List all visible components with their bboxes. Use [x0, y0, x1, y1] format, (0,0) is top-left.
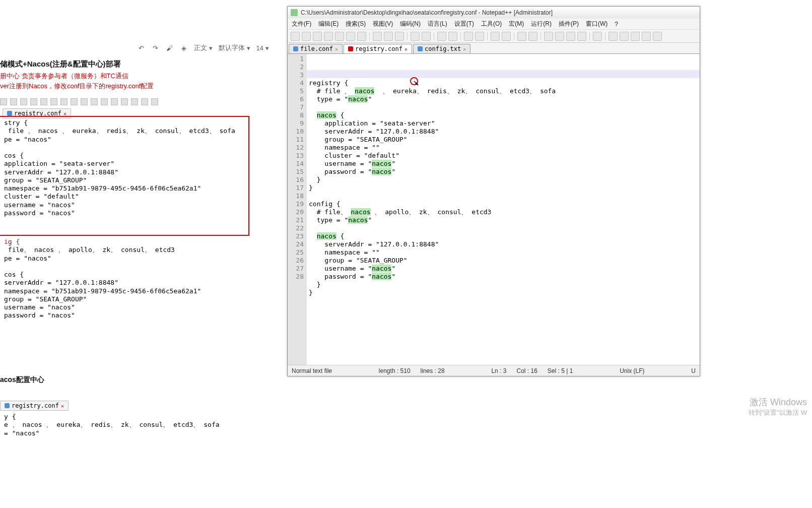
- mini-tool-icon[interactable]: [131, 98, 138, 105]
- tab-label: file.conf: [300, 45, 333, 52]
- toolbar-separator: [460, 32, 461, 40]
- doc-code-highlighted-box: stry { file 、 nacos 、 eureka、 redis、 zk、…: [0, 116, 249, 236]
- toolbar-separator: [605, 32, 605, 40]
- stop-macro-icon[interactable]: [620, 32, 629, 41]
- doc-heading: 储模式+Nacos(注册&配置中心)部署: [0, 59, 121, 69]
- file-icon: [418, 46, 423, 51]
- close-icon[interactable]: ✕: [63, 111, 66, 116]
- mini-tool-icon[interactable]: [71, 98, 78, 105]
- mini-tool-icon[interactable]: [81, 98, 88, 105]
- menu-macro[interactable]: 宏(M): [509, 20, 524, 28]
- mini-tool-icon[interactable]: [60, 98, 67, 105]
- indent-icon[interactable]: [544, 32, 553, 41]
- close-icon[interactable]: ✕: [61, 403, 64, 409]
- sync-v-icon[interactable]: [491, 32, 500, 41]
- save-all-icon[interactable]: [324, 32, 333, 41]
- close-all-icon[interactable]: [346, 32, 355, 41]
- function-list-icon[interactable]: [566, 32, 575, 41]
- doc-code-block-1: stry { file 、 nacos 、 eureka、 redis、 zk、…: [4, 119, 244, 217]
- close-icon[interactable]: ✕: [404, 46, 408, 52]
- menu-encoding[interactable]: 编码(N): [400, 20, 421, 28]
- menu-file[interactable]: 文件(F): [292, 20, 311, 28]
- file-icon: [7, 111, 12, 116]
- close-icon[interactable]: ✕: [335, 46, 338, 52]
- cut-icon[interactable]: [373, 32, 382, 41]
- paragraph-style-select[interactable]: 正文 ▾: [194, 43, 213, 52]
- mini-tool-icon[interactable]: [151, 98, 158, 105]
- font-size-select[interactable]: 14 ▾: [256, 44, 269, 52]
- brush-icon[interactable]: 🖌: [166, 44, 174, 52]
- mini-tool-icon[interactable]: [91, 98, 98, 105]
- mini-tool-icon[interactable]: [10, 98, 17, 105]
- doc-mini-toolbar: [0, 98, 158, 107]
- status-selection: Sel : 5 | 1: [548, 367, 573, 374]
- find-icon[interactable]: [437, 32, 446, 41]
- code-content[interactable]: registry { # file 、 nacos 、 eureka、 redi…: [307, 54, 700, 365]
- close-icon[interactable]: ✕: [463, 46, 466, 52]
- paste-icon[interactable]: [395, 32, 404, 41]
- status-eol: Unix (LF): [620, 367, 644, 374]
- tab-registry-conf[interactable]: registry.conf ✕: [344, 44, 412, 53]
- copy-icon[interactable]: [384, 32, 393, 41]
- doc-code-tab-2[interactable]: registry.conf ✕: [0, 401, 69, 411]
- eraser-icon[interactable]: ◈: [180, 44, 188, 52]
- open-file-icon[interactable]: [302, 32, 311, 41]
- file-icon: [5, 403, 10, 408]
- menu-view[interactable]: 视图(V): [373, 20, 393, 28]
- play-multi-icon[interactable]: [642, 32, 651, 41]
- undo-icon[interactable]: [411, 32, 420, 41]
- save-icon[interactable]: [313, 32, 322, 41]
- menu-run[interactable]: 运行(R): [531, 20, 552, 28]
- show-symbol-icon[interactable]: [528, 32, 537, 41]
- mini-tool-icon[interactable]: [30, 98, 37, 105]
- redo-icon[interactable]: ↷: [152, 44, 160, 52]
- tab-file-conf[interactable]: file.conf ✕: [289, 44, 343, 53]
- editor-area[interactable]: 1234567891011121314151617181920212223242…: [288, 54, 700, 365]
- menu-search[interactable]: 搜索(S): [346, 20, 366, 28]
- window-titlebar[interactable]: C:\Users\Administrator\Desktop\dingxihao…: [288, 7, 700, 19]
- zoom-out-icon[interactable]: [475, 32, 484, 41]
- sync-h-icon[interactable]: [502, 32, 511, 41]
- menu-plugins[interactable]: 插件(P): [559, 20, 579, 28]
- menu-tools[interactable]: 工具(O): [481, 20, 502, 28]
- menu-settings[interactable]: 设置(T): [454, 20, 474, 28]
- wrap-icon[interactable]: [517, 32, 526, 41]
- record-macro-icon[interactable]: [608, 32, 618, 41]
- app-icon: [291, 9, 298, 16]
- file-icon: [293, 46, 298, 51]
- mini-tool-icon[interactable]: [111, 98, 118, 105]
- window-title: C:\Users\Administrator\Desktop\dingxihao…: [301, 9, 553, 16]
- menu-edit[interactable]: 编辑(E): [318, 20, 339, 28]
- save-macro-icon[interactable]: [653, 32, 662, 41]
- undo-icon[interactable]: ↶: [138, 44, 146, 52]
- menu-language[interactable]: 语言(L): [428, 20, 447, 28]
- status-filetype: Normal text file: [292, 367, 332, 374]
- main-toolbar: [288, 30, 700, 43]
- folder-icon[interactable]: [555, 32, 564, 41]
- mini-tool-icon[interactable]: [101, 98, 108, 105]
- close-icon[interactable]: [335, 32, 344, 41]
- mini-tool-icon[interactable]: [121, 98, 128, 105]
- toolbar-separator: [407, 32, 408, 40]
- toolbar-separator: [589, 32, 590, 40]
- tab-config-txt[interactable]: config.txt ✕: [413, 44, 470, 53]
- mini-tool-icon[interactable]: [50, 98, 57, 105]
- monitor-icon[interactable]: [593, 32, 602, 41]
- mini-tool-icon[interactable]: [20, 98, 27, 105]
- tab-label: registry.conf: [355, 45, 402, 52]
- menu-help[interactable]: ?: [615, 21, 618, 28]
- mini-tool-icon[interactable]: [40, 98, 47, 105]
- redo-icon[interactable]: [422, 32, 431, 41]
- print-icon[interactable]: [357, 32, 366, 41]
- file-modified-icon: [348, 46, 353, 51]
- play-macro-icon[interactable]: [631, 32, 640, 41]
- doc-map-icon[interactable]: [577, 32, 586, 41]
- mini-tool-icon[interactable]: [0, 98, 7, 105]
- new-file-icon[interactable]: [291, 32, 300, 41]
- zoom-in-icon[interactable]: [464, 32, 473, 41]
- menu-window[interactable]: 窗口(W): [586, 20, 607, 28]
- mini-tool-icon[interactable]: [141, 98, 148, 105]
- tab-label: config.txt: [425, 45, 461, 52]
- replace-icon[interactable]: [448, 32, 457, 41]
- font-family-select[interactable]: 默认字体 ▾: [219, 43, 250, 52]
